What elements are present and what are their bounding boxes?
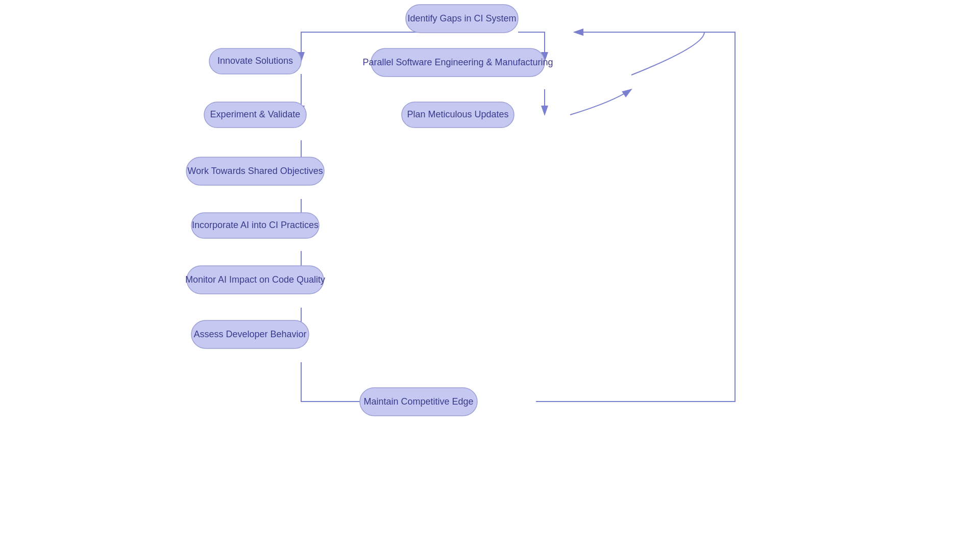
node-monitor: Monitor AI Impact on Code Quality: [185, 266, 325, 294]
node-innovate: Innovate Solutions: [209, 48, 301, 74]
node-label-maintain: Maintain Competitive Edge: [363, 396, 473, 407]
node-maintain: Maintain Competitive Edge: [360, 388, 477, 416]
node-label-innovate: Innovate Solutions: [217, 56, 293, 66]
node-incorporate: Incorporate AI into CI Practices: [191, 213, 319, 238]
node-parallel: Parallel Software Engineering & Manufact…: [362, 48, 553, 77]
node-label-work-towards: Work Towards Shared Objectives: [187, 166, 323, 176]
node-plan: Plan Meticulous Updates: [402, 102, 514, 128]
node-label-identify-gaps: Identify Gaps in CI System: [407, 13, 516, 23]
svg-rect-1: [0, 0, 980, 551]
node-label-experiment: Experiment & Validate: [210, 109, 301, 119]
node-assess: Assess Developer Behavior: [191, 320, 309, 348]
node-identify-gaps: Identify Gaps in CI System: [406, 5, 518, 33]
node-label-incorporate: Incorporate AI into CI Practices: [192, 220, 318, 230]
node-label-parallel: Parallel Software Engineering & Manufact…: [362, 57, 553, 67]
node-label-assess: Assess Developer Behavior: [193, 329, 306, 339]
node-work-towards: Work Towards Shared Objectives: [186, 157, 324, 185]
node-label-monitor: Monitor AI Impact on Code Quality: [185, 274, 325, 285]
node-label-plan: Plan Meticulous Updates: [407, 109, 508, 119]
node-experiment: Experiment & Validate: [204, 102, 306, 128]
